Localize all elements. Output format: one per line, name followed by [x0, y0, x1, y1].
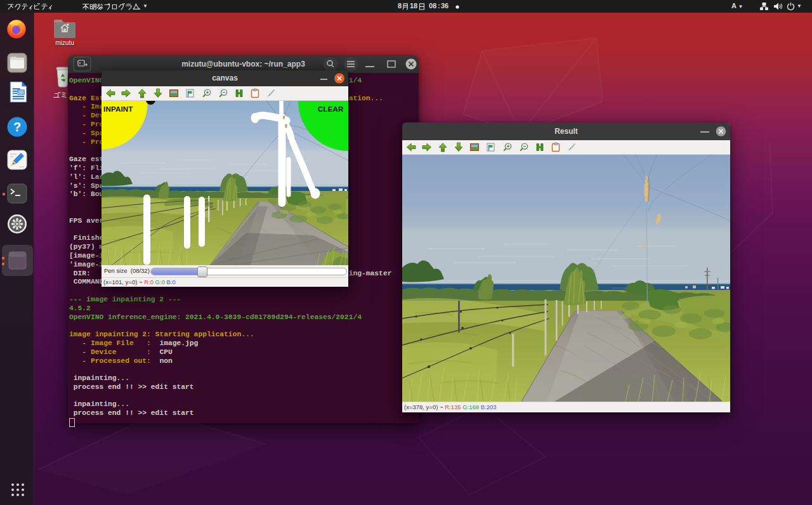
svg-text:?: ? [13, 120, 21, 134]
svg-text:CLEAR: CLEAR [318, 105, 344, 113]
svg-text:INPAINT: INPAINT [103, 105, 133, 113]
